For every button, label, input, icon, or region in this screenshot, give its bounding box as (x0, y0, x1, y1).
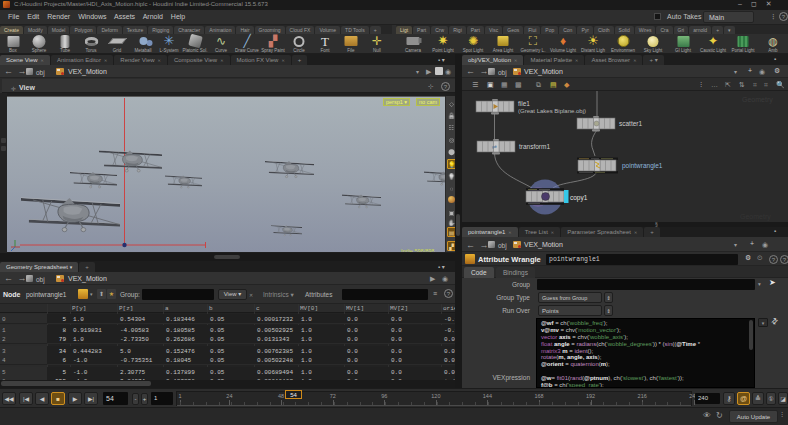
svg-text:copy1: copy1 (570, 194, 588, 202)
svg-text:(Great Lakes Biplane.obj): (Great Lakes Biplane.obj) (518, 108, 586, 114)
svg-text:transform1: transform1 (519, 143, 550, 150)
svg-text:Geometry: Geometry (740, 213, 771, 221)
svg-text:⇄: ⇄ (492, 144, 497, 150)
svg-text:Geometry: Geometry (742, 96, 773, 104)
svg-text:file1: file1 (518, 100, 530, 107)
svg-text:scatter1: scatter1 (619, 120, 643, 127)
svg-text:pointwrangle1: pointwrangle1 (622, 162, 663, 170)
